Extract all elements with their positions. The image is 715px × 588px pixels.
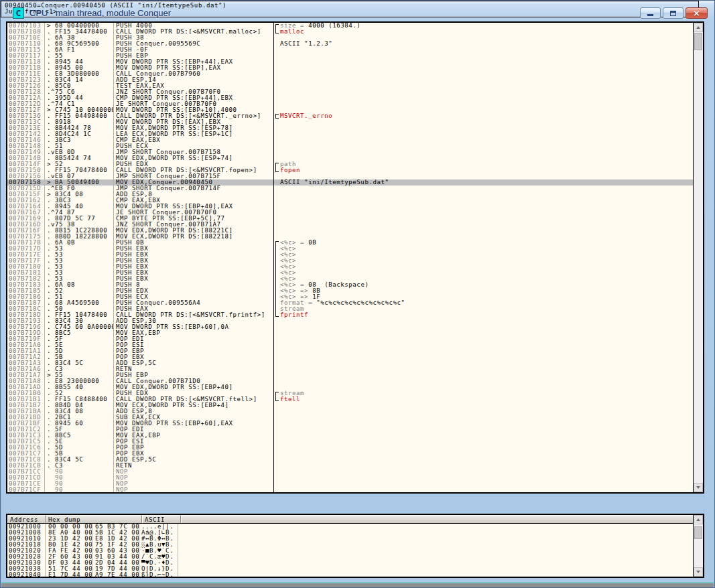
disasm-row[interactable]: 007B7183. 6A 08PUSH 8<%c> = 08 (Backspac… xyxy=(7,282,693,288)
disasm-row[interactable]: 007B7169. 807D 5C 77CMP BYTE PTR SS:[EBP… xyxy=(7,216,693,222)
scroll-thumb[interactable] xyxy=(694,526,702,539)
disasm-row[interactable]: 007B7158> BA 50049400MOV EDX,Conquer.009… xyxy=(7,179,693,186)
disasm-row[interactable]: 007B71AD. 8B55 40MOV EDX,DWORD PTR SS:[E… xyxy=(7,384,693,390)
disasm-row[interactable]: 007B717E. 53PUSH EBX<%c> xyxy=(7,252,693,258)
dump-row[interactable]: 0092103851 7C 44 0019 7D 44 00Q|D.↓}D. xyxy=(7,566,693,572)
disasm-row[interactable]: 007B7181. 53PUSH EBX<%c> xyxy=(7,270,693,276)
dump-row[interactable]: 00921030DF 03 44 002D 04 44 00▀♥D.-♦D. xyxy=(7,560,693,566)
close-button[interactable]: × xyxy=(686,7,708,19)
scroll-up-button[interactable] xyxy=(694,23,703,32)
disasm-row[interactable]: 007B7149.vEB 0DJMP SHORT Conquer.007B715… xyxy=(7,149,693,155)
scroll-up-button[interactable] xyxy=(694,515,703,524)
dump-row[interactable]: 00921018B0 1E 42 0075 1F 42 00░▲B.u▼B. xyxy=(7,542,693,548)
disasm-row[interactable]: 007B717B. 6A 0BPUSH 0B<%c> = 0B xyxy=(7,240,693,246)
disasm-row[interactable]: 007B7182. 53PUSH EBX<%c> xyxy=(7,276,693,282)
disasm-row[interactable]: 007B7126. 85C0TEST EAX,EAX xyxy=(7,83,693,89)
disasm-row[interactable]: 007B71A1. 5DPOP EBP xyxy=(7,348,693,354)
disasm-row[interactable]: 007B711B. 8945 00MOV DWORD PTR SS:[EBP],… xyxy=(7,65,693,71)
disasm-row[interactable]: 007B71CD 90NOP xyxy=(7,475,693,481)
column-header-address[interactable]: Address xyxy=(7,515,46,523)
disasm-row[interactable]: 007B7164. 8945 40MOV DWORD PTR SS:[EBP+4… xyxy=(7,204,693,210)
disasm-row[interactable]: 007B7185. 52PUSH EDX<%c> => 8B xyxy=(7,288,693,294)
disasm-row[interactable]: 007B7136. FF15 04498400CALL DWORD PTR DS… xyxy=(7,113,693,119)
minimize-button[interactable] xyxy=(640,7,661,19)
disasm-row[interactable]: 007B71B1. FF15 C8488400CALL DWORD PTR DS… xyxy=(7,396,693,402)
disasm-row[interactable]: 007B71A7> 55PUSH EBP xyxy=(7,372,693,378)
dump-row[interactable]: 0092100000 00 00 0065 B3 7C 00....e│|. xyxy=(7,524,693,530)
disasm-row[interactable]: 007B717D. 53PUSH EBX<%c> xyxy=(7,246,693,252)
disasm-row[interactable]: 007B718C. 50PUSH EAXstream xyxy=(7,306,693,312)
disasm-scrollbar[interactable] xyxy=(693,23,703,492)
disasm-row[interactable]: 007B71CB. C3RETN xyxy=(7,463,693,469)
disasm-row[interactable]: 007B71B7. 8B4D 04MOV ECX,DWORD PTR SS:[E… xyxy=(7,402,693,409)
disasm-row[interactable]: 007B71C7. 5BPOP EBX xyxy=(7,451,693,457)
disasm-row[interactable]: 007B7150. FF15 70478400CALL DWORD PTR DS… xyxy=(7,167,693,173)
disasm-row[interactable]: 007B713C. 8918MOV DWORD PTR DS:[EAX],EBX xyxy=(7,119,693,125)
disasm-row[interactable]: 007B7118. 8945 44MOV DWORD PTR SS:[EBP+4… xyxy=(7,59,693,65)
disasm-row[interactable]: 007B710E. 6A 38PUSH 38 xyxy=(7,35,693,41)
dump-row[interactable]: 0092101023 1D 42 00E8 1D 42 00#↔B.Φ↔B. xyxy=(7,536,693,542)
disasm-row[interactable]: 007B7180. 53PUSH EBX<%c> xyxy=(7,264,693,270)
column-header-ascii[interactable]: ASCII xyxy=(142,515,181,523)
disasm-row[interactable]: 007B71CF 90NOP xyxy=(7,487,693,492)
disasm-row[interactable]: 007B71BD. 2BC1SUB EAX,ECX xyxy=(7,415,693,421)
disasm-row[interactable]: 007B71C2. 5FPOP EDI xyxy=(7,427,693,433)
disasm-row[interactable]: 007B715D.^EB F0JMP SHORT Conquer.007B714… xyxy=(7,186,693,192)
disasm-row[interactable]: 007B7117. 55PUSH EBP xyxy=(7,53,693,59)
disasm-row[interactable]: 007B7103> 68 00400000PUSH 4000size = 400… xyxy=(7,23,693,29)
disasm-row[interactable]: 007B71C6. 5DPOP EBP xyxy=(7,445,693,451)
disasm-row[interactable]: 007B7110. 68 9C569500PUSH Conquer.009556… xyxy=(7,41,693,47)
disasm-row[interactable]: 007B7142. 8D4C24 1CLEA ECX,DWORD PTR SS:… xyxy=(7,131,693,137)
disasm-row[interactable]: 007B719D. 8BC5MOV EAX,EBP xyxy=(7,330,693,336)
disasm-row[interactable]: 007B716F. 8B15 1C228800MOV EDX,DWORD PTR… xyxy=(7,228,693,234)
disasm-row[interactable]: 007B7115. 6A F1PUSH -0F xyxy=(7,47,693,53)
disasm-row[interactable]: 007B7123. 83C4 14ADD ESP,14 xyxy=(7,77,693,83)
dump-scrollbar[interactable] xyxy=(693,515,703,577)
disasm-row[interactable]: 007B714B. 8B5424 74MOV EDX,DWORD PTR SS:… xyxy=(7,155,693,161)
dump-row[interactable]: 009210282F 60 43 0091 03 44 00/`C.æ♥D. xyxy=(7,554,693,560)
disasm-row[interactable]: 007B71A8. E8 23000000CALL Conquer.007B71… xyxy=(7,378,693,384)
disasm-row[interactable]: 007B7196. C745 60 0A000000MOV DWORD PTR … xyxy=(7,324,693,330)
disasm-row[interactable]: 007B712F> C745 10 00400000MOV DWORD PTR … xyxy=(7,107,693,113)
restore-button[interactable] xyxy=(663,7,684,19)
disasm-row[interactable]: 007B71C3. 8BC5MOV EAX,EBP xyxy=(7,433,693,439)
disasm-row[interactable]: 007B717F. 53PUSH EBX<%c> xyxy=(7,258,693,264)
disasm-row[interactable]: 007B71A6. C3RETN xyxy=(7,366,693,372)
disasm-row[interactable]: 007B7156.vEB 07JMP SHORT Conquer.007B715… xyxy=(7,173,693,179)
disasm-row[interactable]: 007B71A3. 83C4 5CADD ESP,5C xyxy=(7,360,693,366)
disasm-row[interactable]: 007B7128.^75 C6JNZ SHORT Conquer.007B70F… xyxy=(7,89,693,95)
disasm-row[interactable]: 007B714F> 52PUSH EDXpath xyxy=(7,161,693,167)
disasm-row[interactable]: 007B715F> 83C4 08ADD ESP,8 xyxy=(7,192,693,198)
disasm-row[interactable]: 007B7193. 83C4 30ADD ESP,30 xyxy=(7,318,693,324)
scroll-down-button[interactable] xyxy=(694,567,703,577)
disasm-row[interactable]: 007B7146. 3BC3CMP EAX,EBX xyxy=(7,137,693,143)
disasm-row[interactable]: 007B71C8. 83C4 5CADD ESP,5C xyxy=(7,457,693,463)
disasm-row[interactable]: 007B711E. E8 3D080000CALL Conquer.007B79… xyxy=(7,71,693,77)
dump-row[interactable]: 00921020FA FE 42 0003 60 43 00·■B.♥`C. xyxy=(7,548,693,554)
disasm-row[interactable]: 007B712A. 395D 44CMP DWORD PTR SS:[EBP+4… xyxy=(7,95,693,101)
disasm-row[interactable]: 007B71CE 90NOP xyxy=(7,481,693,487)
disasm-row[interactable]: 007B7108. FF15 34478400CALL DWORD PTR DS… xyxy=(7,29,693,35)
disasm-row[interactable]: 007B7162. 3BC3CMP EAX,EBX xyxy=(7,198,693,204)
disasm-row[interactable]: 007B71B0. 52PUSH EDXstream xyxy=(7,390,693,396)
dump-row[interactable]: 00921040E1 7D 44 00A9 7E 44 00ß}D.⌐~D. xyxy=(7,572,693,577)
disasm-row[interactable]: 007B71C5. 5EPOP ESI xyxy=(7,439,693,445)
disasm-row[interactable]: 007B713E. 8B4424 78MOV EAX,DWORD PTR SS:… xyxy=(7,125,693,131)
disasm-row[interactable]: 007B7175. 8B0D 18228800MOV ECX,DWORD PTR… xyxy=(7,234,693,240)
titlebar[interactable]: C CPU - main thread, module Conquer × xyxy=(3,5,712,21)
disasm-row[interactable]: 007B71BA. 83C4 08ADD ESP,8 xyxy=(7,409,693,415)
disasm-row[interactable]: 007B71A0. 5EPOP ESI xyxy=(7,342,693,348)
disasm-row[interactable]: 007B716D.v75 38JNZ SHORT Conquer.007B71A… xyxy=(7,222,693,228)
disasm-row[interactable]: 007B71A2. 5BPOP EBX xyxy=(7,354,693,360)
disasm-row[interactable]: 007B71BF. 8945 60MOV DWORD PTR SS:[EBP+6… xyxy=(7,421,693,427)
column-header-hexdump[interactable]: Hex dump xyxy=(46,515,142,523)
dump-row[interactable]: 009210088E A0 40 005B 1C 42 00Äá@.[∟B. xyxy=(7,530,693,536)
disasm-row[interactable]: 007B719F. 5FPOP EDI xyxy=(7,336,693,342)
scroll-down-button[interactable] xyxy=(694,483,703,492)
disasm-row[interactable]: 007B71CC 90NOP xyxy=(7,469,693,475)
disasm-row[interactable]: 007B712D.^74 C1JE SHORT Conquer.007B70F0 xyxy=(7,101,693,107)
disasm-row[interactable]: 007B718D. FF15 10478400CALL DWORD PTR DS… xyxy=(7,312,693,318)
disasm-row[interactable]: 007B7186. 51PUSH ECX<%c> => 1F xyxy=(7,294,693,300)
disasm-row[interactable]: 007B7187. 68 A4569500PUSH Conquer.009556… xyxy=(7,300,693,306)
disasm-row[interactable]: 007B7167.^74 87JE SHORT Conquer.007B70F0 xyxy=(7,210,693,216)
